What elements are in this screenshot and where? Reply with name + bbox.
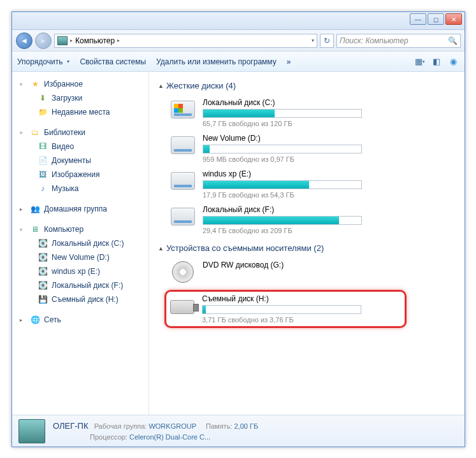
sidebar-homegroup[interactable]: ▸👥Домашняя группа (20, 202, 141, 216)
video-icon: 🎞 (38, 141, 48, 152)
content-pane: ▲Жесткие диски (4) Локальный диск (C:) 6… (149, 72, 465, 415)
more-button[interactable]: » (287, 57, 291, 66)
explorer-window: — ◻ ✕ ◄ ► ▸ Компьютер ▸ ▾ ↻ Поиск: Компь… (11, 11, 465, 447)
disk-icon: 💽 (38, 280, 48, 290)
pictures-icon: 🖼 (38, 169, 48, 180)
documents-icon: 📄 (38, 155, 48, 166)
sidebar-computer[interactable]: ▿🖥Компьютер (20, 222, 141, 236)
usage-bar (203, 109, 362, 118)
sidebar-item-documents[interactable]: 📄Документы (20, 154, 141, 168)
sidebar-item-drive-e[interactable]: 💽windus xp (E:) (20, 264, 141, 278)
navbar: ◄ ► ▸ Компьютер ▸ ▾ ↻ Поиск: Компьютер 🔍 (12, 30, 465, 52)
sidebar-libraries[interactable]: ▿🗂Библиотеки (20, 125, 141, 140)
downloads-icon: ⬇ (38, 93, 48, 103)
drive-e[interactable]: windus xp (E:) 17,9 ГБ свободно из 54,3 … (169, 169, 456, 199)
disk-icon: 💽 (38, 266, 48, 276)
group-hdd[interactable]: ▲Жесткие диски (4) (158, 78, 456, 96)
drive-h-usb[interactable]: Съемный диск (H:) 3,71 ГБ свободно из 3,… (202, 294, 361, 324)
network-icon: 🌐 (30, 315, 40, 325)
sidebar-network[interactable]: ▸🌐Сеть (20, 313, 141, 327)
chevron-right-icon: ▸ (70, 38, 73, 43)
sidebar-item-recent[interactable]: 📁Недавние места (20, 105, 141, 119)
folder-icon: 📁 (38, 107, 48, 117)
minimize-button[interactable]: — (410, 13, 426, 25)
star-icon: ★ (30, 79, 40, 89)
hdd-icon (171, 172, 195, 190)
sidebar-favorites[interactable]: ▿★Избранное (20, 77, 141, 91)
search-placeholder: Поиск: Компьютер (340, 36, 408, 45)
collapse-icon: ▲ (158, 245, 164, 252)
close-button[interactable]: ✕ (445, 13, 462, 25)
drive-c[interactable]: Локальный диск (C:) 65,7 ГБ свободно из … (169, 98, 456, 127)
usage-bar (203, 216, 362, 225)
computer-icon: 🖥 (30, 224, 40, 234)
computer-large-icon (18, 419, 45, 443)
sidebar-item-music[interactable]: ♪Музыка (20, 182, 141, 196)
dvd-icon (172, 261, 194, 283)
statusbar: ОЛЕГ-ПК Рабочая группа: WORKGROUP Память… (12, 415, 465, 447)
computer-name: ОЛЕГ-ПК (53, 421, 88, 431)
refresh-button[interactable]: ↻ (320, 34, 334, 48)
disk-icon: 💽 (38, 252, 48, 262)
drive-g-dvd[interactable]: DVD RW дисковод (G:) (169, 261, 456, 283)
libraries-icon: 🗂 (30, 127, 40, 138)
usb-drive-icon (170, 300, 194, 314)
drive-d[interactable]: New Volume (D:) 959 МБ свободно из 0,97 … (169, 134, 456, 163)
toolbar: Упорядочить Свойства системы Удалить или… (12, 52, 465, 72)
usage-bar (203, 180, 362, 189)
sidebar-item-drive-c[interactable]: 💽Локальный диск (C:) (20, 236, 141, 250)
sidebar-item-drive-h[interactable]: 💾Съемный диск (H:) (20, 292, 141, 306)
sidebar-item-drive-d[interactable]: 💽New Volume (D:) (20, 250, 141, 264)
sidebar: ▿★Избранное ⬇Загрузки 📁Недавние места ▿🗂… (12, 72, 149, 415)
address-location: Компьютер (75, 36, 115, 45)
usage-bar (202, 305, 361, 314)
sidebar-item-downloads[interactable]: ⬇Загрузки (20, 91, 141, 105)
hdd-icon (171, 101, 195, 118)
chevron-right-icon: ▸ (117, 38, 120, 43)
music-icon: ♪ (38, 183, 48, 194)
sidebar-item-pictures[interactable]: 🖼Изображения (20, 168, 141, 182)
system-properties-button[interactable]: Свойства системы (80, 57, 146, 66)
organize-button[interactable]: Упорядочить (17, 57, 69, 66)
view-icon[interactable]: ▦▾ (414, 56, 426, 68)
sidebar-item-drive-f[interactable]: 💽Локальный диск (F:) (20, 278, 141, 292)
hdd-icon (171, 136, 195, 154)
uninstall-button[interactable]: Удалить или изменить программу (156, 57, 277, 66)
disk-icon: 💽 (38, 238, 48, 248)
highlighted-drive: Съемный диск (H:) 3,71 ГБ свободно из 3,… (164, 290, 407, 328)
preview-pane-icon[interactable]: ◧ (430, 56, 443, 68)
address-bar[interactable]: ▸ Компьютер ▸ ▾ (54, 34, 317, 48)
drive-f[interactable]: Локальный диск (F:) 29,4 ГБ свободно из … (169, 205, 456, 234)
dropdown-icon[interactable]: ▾ (312, 38, 314, 43)
sidebar-item-video[interactable]: 🎞Видео (20, 140, 141, 154)
search-input[interactable]: Поиск: Компьютер 🔍 (336, 34, 461, 48)
usage-bar (203, 145, 362, 154)
computer-icon (57, 36, 68, 45)
maximize-button[interactable]: ◻ (428, 13, 444, 25)
collapse-icon: ▲ (158, 83, 164, 89)
back-button[interactable]: ◄ (16, 32, 32, 49)
titlebar[interactable]: — ◻ ✕ (12, 12, 465, 30)
forward-button[interactable]: ► (35, 32, 52, 49)
search-icon: 🔍 (448, 36, 458, 45)
group-removable[interactable]: ▲Устройства со съемными носителями (2) (158, 241, 456, 258)
help-icon[interactable]: ◉ (447, 56, 459, 68)
hdd-icon (171, 208, 195, 225)
homegroup-icon: 👥 (30, 204, 40, 214)
usb-icon: 💾 (38, 294, 48, 304)
